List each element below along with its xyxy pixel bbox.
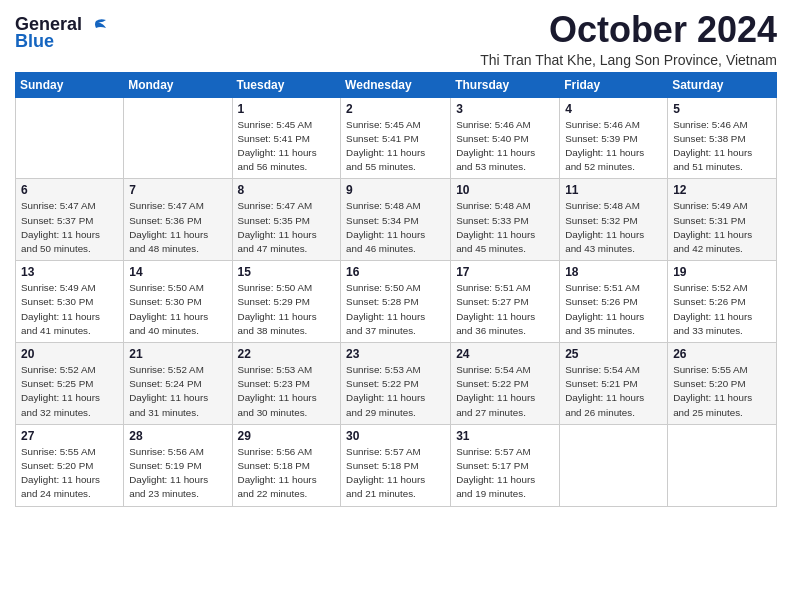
day-number: 6 [21, 183, 118, 197]
day-number: 25 [565, 347, 662, 361]
day-info: Sunrise: 5:46 AMSunset: 5:39 PMDaylight:… [565, 118, 662, 175]
day-number: 22 [238, 347, 336, 361]
calendar-cell: 30Sunrise: 5:57 AMSunset: 5:18 PMDayligh… [341, 424, 451, 506]
day-info: Sunrise: 5:49 AMSunset: 5:30 PMDaylight:… [21, 281, 118, 338]
calendar-cell: 5Sunrise: 5:46 AMSunset: 5:38 PMDaylight… [668, 97, 777, 179]
day-info: Sunrise: 5:55 AMSunset: 5:20 PMDaylight:… [673, 363, 771, 420]
calendar-cell: 2Sunrise: 5:45 AMSunset: 5:41 PMDaylight… [341, 97, 451, 179]
calendar-cell [16, 97, 124, 179]
day-info: Sunrise: 5:48 AMSunset: 5:34 PMDaylight:… [346, 199, 445, 256]
calendar-cell: 1Sunrise: 5:45 AMSunset: 5:41 PMDaylight… [232, 97, 341, 179]
day-number: 5 [673, 102, 771, 116]
day-number: 2 [346, 102, 445, 116]
day-info: Sunrise: 5:46 AMSunset: 5:40 PMDaylight:… [456, 118, 554, 175]
day-info: Sunrise: 5:56 AMSunset: 5:19 PMDaylight:… [129, 445, 226, 502]
weekday-header: Saturday [668, 72, 777, 97]
title-block: October 2024 Thi Tran That Khe, Lang Son… [480, 10, 777, 68]
weekday-header: Sunday [16, 72, 124, 97]
day-info: Sunrise: 5:47 AMSunset: 5:36 PMDaylight:… [129, 199, 226, 256]
day-info: Sunrise: 5:53 AMSunset: 5:22 PMDaylight:… [346, 363, 445, 420]
day-info: Sunrise: 5:45 AMSunset: 5:41 PMDaylight:… [346, 118, 445, 175]
calendar-week-row: 13Sunrise: 5:49 AMSunset: 5:30 PMDayligh… [16, 261, 777, 343]
calendar-cell: 13Sunrise: 5:49 AMSunset: 5:30 PMDayligh… [16, 261, 124, 343]
calendar-cell: 4Sunrise: 5:46 AMSunset: 5:39 PMDaylight… [560, 97, 668, 179]
day-number: 24 [456, 347, 554, 361]
calendar-cell: 10Sunrise: 5:48 AMSunset: 5:33 PMDayligh… [451, 179, 560, 261]
day-info: Sunrise: 5:49 AMSunset: 5:31 PMDaylight:… [673, 199, 771, 256]
month-title: October 2024 [480, 10, 777, 50]
day-number: 19 [673, 265, 771, 279]
day-number: 8 [238, 183, 336, 197]
day-info: Sunrise: 5:52 AMSunset: 5:26 PMDaylight:… [673, 281, 771, 338]
calendar-cell: 24Sunrise: 5:54 AMSunset: 5:22 PMDayligh… [451, 343, 560, 425]
calendar-header-row: SundayMondayTuesdayWednesdayThursdayFrid… [16, 72, 777, 97]
day-info: Sunrise: 5:50 AMSunset: 5:29 PMDaylight:… [238, 281, 336, 338]
page: General Blue October 2024 Thi Tran That … [0, 0, 792, 522]
calendar-cell [668, 424, 777, 506]
day-number: 12 [673, 183, 771, 197]
calendar-week-row: 1Sunrise: 5:45 AMSunset: 5:41 PMDaylight… [16, 97, 777, 179]
day-number: 9 [346, 183, 445, 197]
day-number: 28 [129, 429, 226, 443]
calendar-cell: 26Sunrise: 5:55 AMSunset: 5:20 PMDayligh… [668, 343, 777, 425]
day-info: Sunrise: 5:55 AMSunset: 5:20 PMDaylight:… [21, 445, 118, 502]
calendar-cell: 11Sunrise: 5:48 AMSunset: 5:32 PMDayligh… [560, 179, 668, 261]
calendar-cell: 6Sunrise: 5:47 AMSunset: 5:37 PMDaylight… [16, 179, 124, 261]
day-info: Sunrise: 5:56 AMSunset: 5:18 PMDaylight:… [238, 445, 336, 502]
logo-blue: Blue [15, 31, 54, 52]
weekday-header: Friday [560, 72, 668, 97]
calendar-week-row: 6Sunrise: 5:47 AMSunset: 5:37 PMDaylight… [16, 179, 777, 261]
day-info: Sunrise: 5:46 AMSunset: 5:38 PMDaylight:… [673, 118, 771, 175]
calendar-cell: 18Sunrise: 5:51 AMSunset: 5:26 PMDayligh… [560, 261, 668, 343]
calendar-cell: 12Sunrise: 5:49 AMSunset: 5:31 PMDayligh… [668, 179, 777, 261]
day-number: 4 [565, 102, 662, 116]
calendar-cell: 16Sunrise: 5:50 AMSunset: 5:28 PMDayligh… [341, 261, 451, 343]
day-number: 13 [21, 265, 118, 279]
weekday-header: Thursday [451, 72, 560, 97]
day-number: 27 [21, 429, 118, 443]
calendar-cell: 21Sunrise: 5:52 AMSunset: 5:24 PMDayligh… [124, 343, 232, 425]
logo: General Blue [15, 14, 108, 52]
day-number: 11 [565, 183, 662, 197]
calendar-cell: 29Sunrise: 5:56 AMSunset: 5:18 PMDayligh… [232, 424, 341, 506]
day-number: 31 [456, 429, 554, 443]
calendar-cell: 7Sunrise: 5:47 AMSunset: 5:36 PMDaylight… [124, 179, 232, 261]
weekday-header: Wednesday [341, 72, 451, 97]
calendar-cell [560, 424, 668, 506]
calendar-cell [124, 97, 232, 179]
day-number: 15 [238, 265, 336, 279]
day-info: Sunrise: 5:50 AMSunset: 5:30 PMDaylight:… [129, 281, 226, 338]
day-number: 30 [346, 429, 445, 443]
calendar-cell: 3Sunrise: 5:46 AMSunset: 5:40 PMDaylight… [451, 97, 560, 179]
calendar-table: SundayMondayTuesdayWednesdayThursdayFrid… [15, 72, 777, 507]
calendar-cell: 17Sunrise: 5:51 AMSunset: 5:27 PMDayligh… [451, 261, 560, 343]
day-info: Sunrise: 5:45 AMSunset: 5:41 PMDaylight:… [238, 118, 336, 175]
logo-bird-icon [86, 18, 108, 34]
day-info: Sunrise: 5:48 AMSunset: 5:32 PMDaylight:… [565, 199, 662, 256]
day-number: 14 [129, 265, 226, 279]
day-info: Sunrise: 5:47 AMSunset: 5:35 PMDaylight:… [238, 199, 336, 256]
day-number: 10 [456, 183, 554, 197]
calendar-cell: 8Sunrise: 5:47 AMSunset: 5:35 PMDaylight… [232, 179, 341, 261]
day-info: Sunrise: 5:54 AMSunset: 5:22 PMDaylight:… [456, 363, 554, 420]
day-info: Sunrise: 5:51 AMSunset: 5:27 PMDaylight:… [456, 281, 554, 338]
day-info: Sunrise: 5:57 AMSunset: 5:18 PMDaylight:… [346, 445, 445, 502]
calendar-week-row: 20Sunrise: 5:52 AMSunset: 5:25 PMDayligh… [16, 343, 777, 425]
day-info: Sunrise: 5:54 AMSunset: 5:21 PMDaylight:… [565, 363, 662, 420]
day-number: 3 [456, 102, 554, 116]
calendar-cell: 14Sunrise: 5:50 AMSunset: 5:30 PMDayligh… [124, 261, 232, 343]
day-info: Sunrise: 5:53 AMSunset: 5:23 PMDaylight:… [238, 363, 336, 420]
calendar-cell: 28Sunrise: 5:56 AMSunset: 5:19 PMDayligh… [124, 424, 232, 506]
header: General Blue October 2024 Thi Tran That … [15, 10, 777, 68]
weekday-header: Monday [124, 72, 232, 97]
calendar-cell: 31Sunrise: 5:57 AMSunset: 5:17 PMDayligh… [451, 424, 560, 506]
day-number: 26 [673, 347, 771, 361]
day-info: Sunrise: 5:52 AMSunset: 5:24 PMDaylight:… [129, 363, 226, 420]
day-number: 21 [129, 347, 226, 361]
day-info: Sunrise: 5:47 AMSunset: 5:37 PMDaylight:… [21, 199, 118, 256]
day-info: Sunrise: 5:50 AMSunset: 5:28 PMDaylight:… [346, 281, 445, 338]
day-number: 29 [238, 429, 336, 443]
day-number: 17 [456, 265, 554, 279]
day-number: 20 [21, 347, 118, 361]
day-number: 23 [346, 347, 445, 361]
